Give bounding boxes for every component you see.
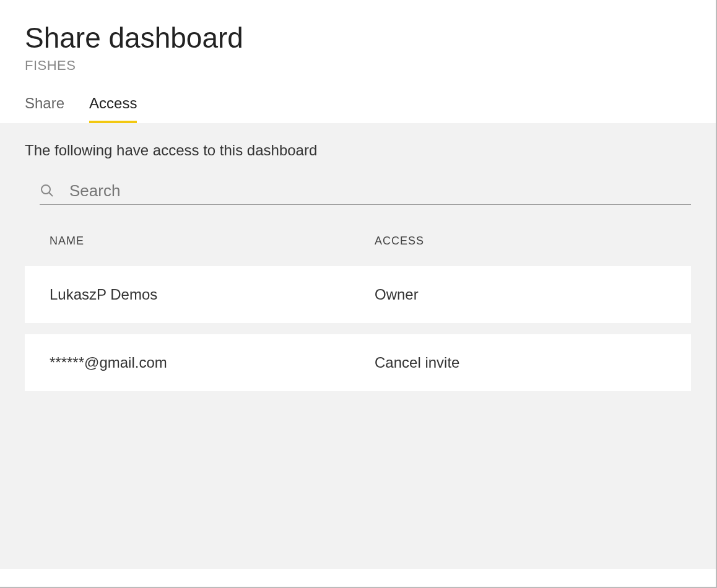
access-content: The following have access to this dashbo…	[0, 123, 716, 569]
cell-name: LukaszP Demos	[50, 286, 375, 303]
tab-bar: Share Access	[25, 95, 691, 123]
cell-access-action[interactable]: Cancel invite	[375, 354, 666, 371]
page-title: Share dashboard	[25, 22, 691, 54]
table-header: NAME ACCESS	[25, 216, 691, 266]
search-row	[40, 181, 691, 205]
panel-header: Share dashboard FISHES Share Access	[0, 0, 716, 123]
column-header-name: NAME	[50, 235, 375, 248]
table-row[interactable]: LukaszP Demos Owner	[25, 266, 691, 323]
access-description: The following have access to this dashbo…	[25, 142, 691, 159]
cell-name: ******@gmail.com	[50, 354, 375, 371]
table-row[interactable]: ******@gmail.com Cancel invite	[25, 334, 691, 391]
svg-point-0	[41, 185, 50, 194]
access-table: NAME ACCESS LukaszP Demos Owner ******@g…	[25, 216, 691, 391]
tab-access[interactable]: Access	[89, 95, 137, 123]
search-input[interactable]	[69, 181, 691, 201]
dashboard-name: FISHES	[25, 58, 691, 74]
tab-share[interactable]: Share	[25, 95, 64, 123]
search-icon	[40, 183, 54, 198]
column-header-access: ACCESS	[375, 235, 666, 248]
svg-line-1	[49, 192, 53, 196]
cell-access: Owner	[375, 286, 666, 303]
